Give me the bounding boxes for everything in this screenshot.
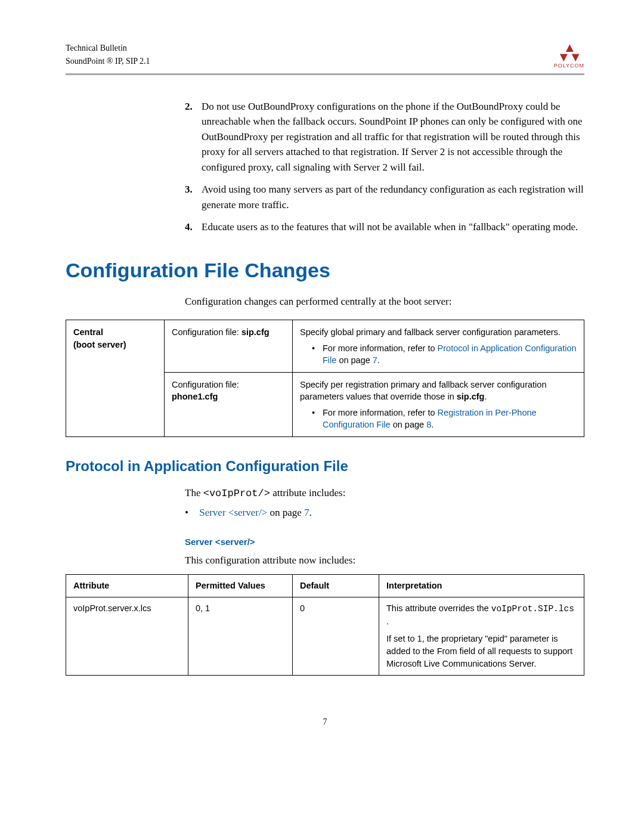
row-label: Central [73, 327, 103, 337]
list-item: Server <server/> on page 7. [185, 505, 584, 521]
header-line2: SoundPoint ® IP, SIP 2.1 [66, 55, 150, 68]
cfg-desc: Specify per registration primary and fal… [300, 379, 577, 403]
bullet-icon: • [312, 342, 323, 367]
row-label: (boot server) [73, 340, 126, 349]
attr-permitted: 0, 1 [188, 597, 293, 675]
intro-post: attribute includes: [270, 487, 346, 498]
intro-code: <voIpProt/> [203, 488, 270, 499]
interp-dot: . [386, 617, 389, 626]
table-cell: Central (boot server) [66, 320, 165, 437]
header-text: Technical Bulletin SoundPoint ® IP, SIP … [66, 42, 150, 69]
interp-line2: If set to 1, the proprietary "epid" para… [386, 633, 577, 670]
header-line1: Technical Bulletin [66, 42, 150, 55]
cfg-file-name: phone1.cfg [172, 392, 218, 401]
list-item: 2. Do not use OutBoundProxy configuratio… [185, 99, 584, 175]
list-item: 4. Educate users as to the features that… [185, 219, 584, 235]
period: . [431, 420, 434, 429]
period: . [377, 355, 380, 365]
col-attribute: Attribute [66, 574, 188, 597]
cfg-desc: Specify global primary and fallback serv… [300, 326, 577, 338]
col-default: Default [293, 574, 379, 597]
bullet-post: on page [267, 507, 304, 518]
col-interpretation: Interpretation [379, 574, 584, 597]
inner-heading: Server <server/> [185, 537, 584, 547]
server-link[interactable]: Server <server/> [199, 507, 267, 518]
page-link[interactable]: 7 [373, 355, 377, 365]
info-text: For more information, refer to Protocol … [323, 342, 577, 367]
brand-name: POLYCOM [554, 63, 584, 69]
period: . [309, 507, 312, 518]
list-text: Educate users as to the features that wi… [202, 219, 578, 235]
desc-bold: sip.cfg [457, 392, 485, 401]
table-cell: Configuration file: sip.cfg [165, 320, 293, 373]
intro-pre: The [185, 487, 203, 498]
page-link[interactable]: 8 [426, 420, 431, 429]
list-number: 4. [185, 219, 202, 235]
cfg-file-name: sip.cfg [242, 327, 270, 337]
desc-pre: Specify per registration primary and fal… [300, 380, 546, 401]
info-bullet: • For more information, refer to Registr… [312, 407, 577, 431]
table-cell: Configuration file: phone1.cfg [165, 373, 293, 437]
page-link[interactable]: 7 [304, 507, 309, 518]
info-post: on page [391, 420, 426, 429]
table-row: voIpProt.server.x.lcs 0, 1 0 This attrib… [66, 597, 584, 675]
cfg-file-label: Configuration file: [172, 380, 239, 389]
logo-icon: ▲▼▼ [554, 43, 584, 63]
table-cell: Specify per registration primary and fal… [293, 373, 584, 437]
brand-logo: ▲▼▼ POLYCOM [554, 43, 584, 69]
config-table: Central (boot server) Configuration file… [66, 320, 584, 437]
info-bullet: • For more information, refer to Protoco… [312, 342, 577, 367]
col-permitted: Permitted Values [188, 574, 293, 597]
info-pre: For more information, refer to [323, 408, 438, 417]
page-number: 7 [66, 717, 584, 727]
attr-intro: This configuration attribute now include… [185, 553, 584, 568]
list-number: 3. [185, 182, 202, 212]
period: . [484, 392, 487, 401]
info-post: on page [336, 355, 372, 365]
info-pre: For more information, refer to [323, 343, 438, 353]
attr-default: 0 [293, 597, 379, 675]
list-text: Do not use OutBoundProxy configurations … [202, 99, 584, 175]
bullet-icon: • [312, 407, 323, 431]
proto-bullets: Server <server/> on page 7. [185, 505, 584, 521]
interp-line1: This attribute overrides the voIpProt.SI… [386, 602, 577, 628]
section-intro: Configuration changes can performed cent… [185, 294, 584, 309]
page-header: Technical Bulletin SoundPoint ® IP, SIP … [66, 42, 584, 75]
proto-intro: The <voIpProt/> attribute includes: [185, 485, 584, 501]
list-text: Avoid using too many servers as part of … [202, 182, 584, 212]
attr-interp: This attribute overrides the voIpProt.SI… [379, 597, 584, 675]
interp-pre: This attribute overrides the [386, 603, 491, 613]
info-text: For more information, refer to Registrat… [323, 407, 577, 431]
attribute-table: Attribute Permitted Values Default Inter… [66, 574, 584, 676]
cfg-file-label: Configuration file: [172, 327, 242, 337]
table-cell: Specify global primary and fallback serv… [293, 320, 584, 373]
subsection-heading: Protocol in Application Configuration Fi… [66, 458, 584, 475]
numbered-list: 2. Do not use OutBoundProxy configuratio… [185, 99, 584, 235]
interp-code: voIpProt.SIP.lcs [491, 604, 574, 614]
list-item: 3. Avoid using too many servers as part … [185, 182, 584, 212]
list-number: 2. [185, 99, 202, 175]
attr-name: voIpProt.server.x.lcs [66, 597, 188, 675]
section-heading: Configuration File Changes [66, 259, 584, 282]
